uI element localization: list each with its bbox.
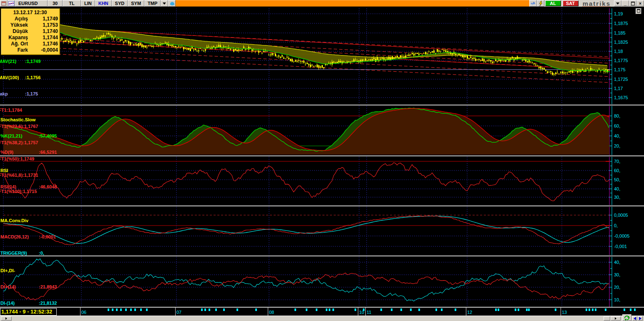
timeline-separator <box>358 308 358 316</box>
axis-label: 60, <box>614 168 620 173</box>
timeline-mark <box>120 308 122 311</box>
axis-label: 1,175 <box>614 67 626 72</box>
timeline-mark <box>125 308 127 311</box>
takp-label: takp:1,175 <box>0 91 40 97</box>
panel-divider[interactable] <box>0 206 644 206</box>
axis-label: 1,1675 <box>614 95 628 100</box>
timeline-mark <box>215 308 217 311</box>
axis-label: 1,18 <box>614 49 623 54</box>
timeline-mark <box>400 308 402 311</box>
di-minus-line <box>3 259 609 301</box>
timeline-mark <box>495 308 497 311</box>
chart-canvas[interactable]: 1,191,18751,1851,18251,181,17751,1751,17… <box>0 0 644 321</box>
mav100-label: MAV(100):1,1756 <box>0 75 40 80</box>
timeline-mark <box>294 308 296 311</box>
arrow-right-icon <box>639 317 642 320</box>
timeline-mark <box>528 308 530 311</box>
timeline-mark <box>116 308 118 311</box>
axis-label: 0,0005 <box>614 213 628 218</box>
axis-label: 30, <box>614 195 620 200</box>
axis-label: 30, <box>614 272 620 277</box>
trigger-line <box>3 216 609 243</box>
panel-divider[interactable] <box>0 155 644 156</box>
timeline-mark <box>112 308 113 311</box>
restore-icon <box>637 9 640 13</box>
timeline-mark <box>236 308 238 311</box>
axis-label: 1,17 <box>614 86 623 91</box>
di-plus-row: DI+(14):21,8943 <box>0 284 57 290</box>
timeline-separator <box>268 308 268 316</box>
timeline-mark <box>255 308 257 311</box>
axis-label: 80, <box>614 113 620 118</box>
timeline-mark <box>108 308 109 311</box>
timeline-label: 11 <box>367 310 371 315</box>
stochastic-d-row: %D(9):66,5291 <box>0 150 57 155</box>
axis-label: 1,1875 <box>614 21 628 26</box>
rsi-title: RSI <box>0 168 57 173</box>
hscroll-thumb[interactable] <box>604 316 610 321</box>
macd-title: MA.Conv.Div <box>0 218 56 223</box>
timeline-separator <box>80 308 80 316</box>
axis-label: 60, <box>614 123 620 128</box>
refresh-button[interactable] <box>622 314 631 321</box>
timeline-mark <box>204 308 206 311</box>
timeline-mark <box>130 308 132 311</box>
timeline-mark <box>518 308 519 311</box>
axis-label: 50, <box>614 177 620 182</box>
timeline-separator <box>466 308 466 316</box>
axis-label: 20, <box>614 143 620 148</box>
timeline-mark <box>435 308 437 311</box>
macd-line <box>3 216 609 245</box>
di-minus-row: DI-(14):21,8132 <box>0 301 57 306</box>
timeline-mark <box>201 308 203 311</box>
axis-label: 40, <box>614 133 620 138</box>
axis-label: 40, <box>614 260 620 265</box>
hscroll-thumb-left[interactable] <box>1 316 12 321</box>
timeline-mark <box>418 308 420 311</box>
timeline-mark <box>515 308 516 311</box>
bottom-scroll-strip <box>0 316 644 321</box>
axis-label: -0,001 <box>614 244 627 249</box>
mav21-label: MAV(21):1,1749 <box>0 59 40 64</box>
axis-label: 1,1725 <box>614 77 628 82</box>
timeline-mark <box>455 308 456 311</box>
timeline-separator <box>365 308 366 316</box>
timeline-label: 10 <box>359 310 364 315</box>
panel-divider[interactable] <box>0 105 644 105</box>
stochastic-title: Stochastic.Slow <box>0 117 57 123</box>
timeline-mark <box>595 308 596 311</box>
timeline-mark <box>326 308 327 311</box>
timeline-mark <box>630 308 631 311</box>
arrow-right-icon <box>614 317 617 320</box>
axis-label: 10, <box>614 297 620 302</box>
quote-row-close: Kapanış1,1744 <box>2 35 58 41</box>
timeline-mark <box>589 308 590 311</box>
timeline-mark <box>332 308 334 311</box>
timeline-label: 06 <box>81 310 86 315</box>
axis-label: 1,19 <box>614 11 623 16</box>
timeline-label: 08 <box>269 310 274 315</box>
timeline-mark <box>223 308 225 311</box>
scroll-left-button[interactable] <box>632 316 637 321</box>
timeline-mark <box>586 308 587 311</box>
axis-label: 1,1825 <box>614 40 628 45</box>
scroll-right-button[interactable] <box>638 316 643 321</box>
panel-divider[interactable] <box>0 256 644 256</box>
trigger-row: TRIGGER(9):0, <box>0 251 56 256</box>
chart-restore-button[interactable] <box>636 8 641 14</box>
time-axis[interactable]: 06070810111213 <box>0 308 644 316</box>
timeline-separator <box>175 308 176 316</box>
timeline-mark <box>134 308 136 311</box>
axis-label: 20, <box>614 285 620 290</box>
arrow-left-icon <box>633 317 636 320</box>
quote-row-high: Yüksek1,1753 <box>2 22 58 28</box>
matriks-window: EURUSD 30 TL LIN KHN SYD SYM TMP AL SAT … <box>0 0 644 321</box>
hscroll-right-button[interactable] <box>611 316 621 321</box>
timeline-mark <box>441 308 443 311</box>
axis-label: 1,185 <box>614 30 626 35</box>
timeline-mark <box>498 308 499 311</box>
timeline-mark <box>555 308 556 311</box>
status-readout: 1,1744 - 9 - 12:52:32 <box>0 308 57 316</box>
timeline-label: 13 <box>562 310 567 315</box>
quote-timestamp: 13.12.17 12:30 <box>2 10 58 16</box>
